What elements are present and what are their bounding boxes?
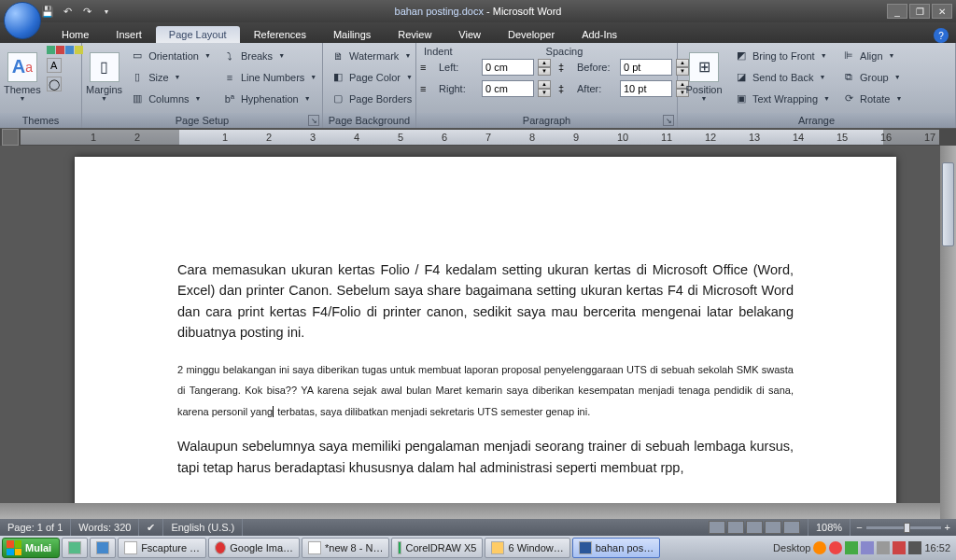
tray-icon[interactable] <box>893 541 906 554</box>
paragraph-dialog-icon[interactable]: ↘ <box>663 115 674 126</box>
tab-insert[interactable]: Insert <box>103 26 155 43</box>
line-numbers-button[interactable]: ≡Line Numbers▼ <box>218 67 320 87</box>
send-to-back-button[interactable]: ◪Send to Back▼ <box>730 67 834 87</box>
position-icon: ⊞ <box>689 52 719 82</box>
text-wrapping-button[interactable]: ▣Text Wrapping▼ <box>730 89 834 108</box>
document-page[interactable]: Cara memasukan ukuran kertas Folio / F4 … <box>75 157 896 519</box>
orientation-button[interactable]: ▭Orientation▼ <box>126 46 215 65</box>
view-outline-button[interactable] <box>765 521 781 534</box>
save-icon[interactable]: 💾 <box>39 3 56 20</box>
group-label-paragraph: Paragraph <box>523 115 570 126</box>
page-setup-dialog-icon[interactable]: ↘ <box>308 115 319 126</box>
send-to-back-icon: ◪ <box>734 70 749 85</box>
align-button[interactable]: ⊫Align▼ <box>837 46 906 65</box>
theme-fonts-button[interactable]: A <box>47 58 62 73</box>
zoom-level[interactable]: 108% <box>808 519 851 536</box>
document-area: Cara memasukan ukuran kertas Folio / F4 … <box>0 146 956 519</box>
redo-icon[interactable]: ↷ <box>78 3 95 20</box>
tray-icon[interactable] <box>829 541 842 554</box>
qat-dropdown-icon[interactable]: ▼ <box>98 3 115 20</box>
taskbar-item-fscapture[interactable]: Fscapture … <box>118 538 206 558</box>
close-button[interactable]: ✕ <box>932 4 952 19</box>
indent-left-spinner[interactable]: ▲▼ <box>538 59 551 76</box>
tray-icon[interactable] <box>845 541 858 554</box>
tab-home[interactable]: Home <box>49 26 102 43</box>
breaks-button[interactable]: ⤵Breaks▼ <box>218 46 320 65</box>
vertical-scrollbar[interactable] <box>940 146 956 519</box>
line-numbers-icon: ≡ <box>222 70 237 85</box>
title-bar: 💾 ↶ ↷ ▼ bahan posting.docx - Microsoft W… <box>0 0 956 22</box>
quick-launch-1[interactable] <box>62 538 88 558</box>
taskbar-item-word[interactable]: bahan pos… <box>572 538 660 558</box>
zoom-in-button[interactable]: + <box>945 522 950 533</box>
page-color-button[interactable]: ◧Page Color▼ <box>327 67 416 87</box>
columns-button[interactable]: ▥Columns▼ <box>126 89 215 108</box>
tab-page-layout[interactable]: Page Layout <box>156 26 240 43</box>
view-print-layout-button[interactable] <box>709 521 725 534</box>
orientation-icon: ▭ <box>130 49 145 63</box>
taskbar-item-opera[interactable]: Google Ima… <box>208 538 300 558</box>
watermark-icon: 🗎 <box>330 49 345 63</box>
taskbar-item-explorer[interactable]: 6 Window… <box>485 538 569 558</box>
bring-to-front-button[interactable]: ◩Bring to Front▼ <box>730 46 834 65</box>
spacing-after-input[interactable] <box>620 80 672 97</box>
theme-effects-button[interactable]: ◯ <box>47 77 62 91</box>
status-page[interactable]: Page: 1 of 1 <box>0 519 71 536</box>
show-desktop-button[interactable]: Desktop <box>773 542 810 553</box>
scrollbar-thumb[interactable] <box>942 162 954 246</box>
size-button[interactable]: ▯Size▼ <box>126 67 215 87</box>
taskbar-item-notepad[interactable]: *new 8 - N… <box>302 538 389 558</box>
margins-button[interactable]: ▯ Margins▼ <box>86 46 122 107</box>
start-button[interactable]: Mulai <box>2 538 60 558</box>
spacing-before-input[interactable] <box>620 59 672 76</box>
indent-right-spinner[interactable]: ▲▼ <box>538 80 551 97</box>
minimize-button[interactable]: _ <box>887 4 907 19</box>
rotate-button[interactable]: ⟳Rotate▼ <box>837 89 906 108</box>
themes-button[interactable]: Aa Themes ▼ <box>4 46 41 107</box>
status-proofing-icon[interactable]: ✔ <box>139 519 163 536</box>
spacing-before-icon: ‡ <box>558 62 573 73</box>
view-web-layout-button[interactable] <box>746 521 763 534</box>
taskbar-item-coreldraw[interactable]: CorelDRAW X5 <box>391 538 483 558</box>
page-borders-button[interactable]: ▢Page Borders <box>327 89 416 108</box>
watermark-button[interactable]: 🗎Watermark▼ <box>327 46 416 65</box>
system-tray: Desktop 16:52 <box>769 541 954 554</box>
restore-button[interactable]: ❐ <box>909 4 930 19</box>
status-language[interactable]: English (U.S.) <box>163 519 243 536</box>
tab-selector[interactable] <box>2 129 19 146</box>
help-icon[interactable]: ? <box>934 28 949 43</box>
tab-references[interactable]: References <box>241 26 319 43</box>
undo-icon[interactable]: ↶ <box>59 3 76 20</box>
tray-icon[interactable] <box>908 541 921 554</box>
margins-icon: ▯ <box>90 52 120 82</box>
tray-clock[interactable]: 16:52 <box>924 542 950 553</box>
quick-launch-2[interactable] <box>90 538 116 558</box>
view-draft-button[interactable] <box>783 521 800 534</box>
theme-colors-button[interactable] <box>47 46 83 54</box>
zoom-slider[interactable] <box>866 526 941 529</box>
tab-addins[interactable]: Add-Ins <box>569 26 630 43</box>
zoom-out-button[interactable]: − <box>856 522 862 533</box>
horizontal-scrollbar[interactable] <box>0 503 940 519</box>
ribbon: Aa Themes ▼ A ◯ Themes ▯ Margins▼ ▭Orien… <box>0 43 956 129</box>
position-button[interactable]: ⊞ Position▼ <box>682 46 726 107</box>
tray-icon[interactable] <box>813 541 826 554</box>
group-button[interactable]: ⧉Group▼ <box>837 67 906 87</box>
tab-mailings[interactable]: Mailings <box>320 26 384 43</box>
rotate-icon: ⟳ <box>841 91 856 106</box>
tab-developer[interactable]: Developer <box>495 26 568 43</box>
view-full-screen-button[interactable] <box>727 521 744 534</box>
status-words[interactable]: Words: 320 <box>71 519 139 536</box>
tray-network-icon[interactable] <box>861 541 874 554</box>
indent-left-input[interactable] <box>482 59 534 76</box>
tab-review[interactable]: Review <box>385 26 444 43</box>
hyphenation-button[interactable]: bªHyphenation▼ <box>218 89 320 108</box>
indent-right-input[interactable] <box>482 80 534 97</box>
spacing-after-icon: ‡ <box>558 83 573 94</box>
office-button[interactable] <box>4 2 41 39</box>
tray-volume-icon[interactable] <box>877 541 890 554</box>
paragraph-1: Cara memasukan ukuran kertas Folio / F4 … <box>177 259 794 343</box>
tab-view[interactable]: View <box>445 26 494 43</box>
horizontal-ruler[interactable]: 12123456789101112131415161718 <box>21 130 939 145</box>
windows-logo-icon <box>7 540 21 555</box>
